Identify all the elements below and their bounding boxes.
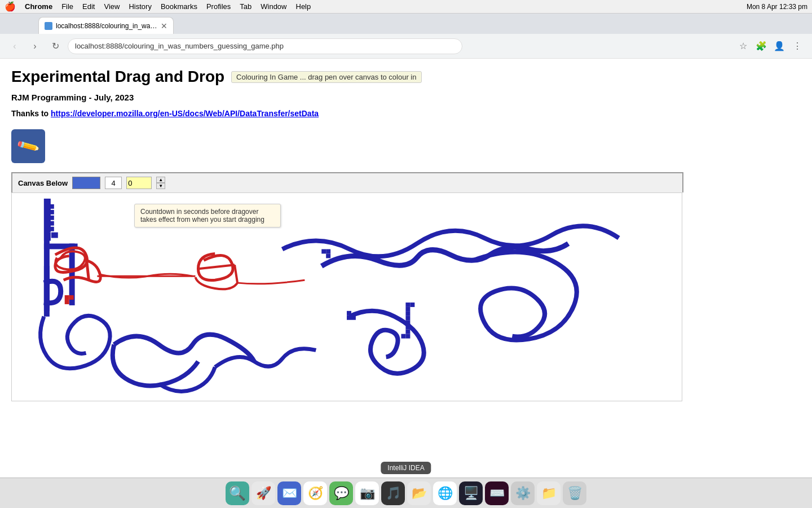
canvas-svg	[12, 193, 682, 401]
svg-rect-10	[50, 216, 54, 220]
menubar-profiles[interactable]: Profiles	[206, 2, 231, 11]
chrome-window: localhost:8888/colouring_in_was... ✕ ‹ ›…	[0, 14, 812, 508]
menubar-edit[interactable]: Edit	[82, 2, 95, 11]
number-input[interactable]	[105, 177, 122, 189]
svg-rect-31	[405, 334, 410, 339]
dock: 🔍 🚀 ✉️ 🧭 💬 📷 🎵 📂 🌐 🖥️ ⌨️ ⚙️ 📁 🗑️	[0, 478, 812, 508]
tooltip-box: Countdown in seconds before dragover tak…	[134, 204, 281, 227]
svg-rect-27	[405, 321, 410, 325]
menu-icon[interactable]: ⋮	[789, 38, 805, 54]
svg-rect-8	[50, 204, 54, 209]
thanks-line: Thanks to https://developer.mozilla.org/…	[11, 109, 801, 118]
menubar: 🍎 Chrome File Edit View History Bookmark…	[0, 0, 812, 14]
svg-rect-9	[50, 210, 54, 214]
menubar-view[interactable]: View	[104, 2, 120, 11]
address-bar-right: ☆ 🧩 👤 ⋮	[735, 38, 805, 54]
svg-rect-22	[405, 303, 410, 307]
thanks-url[interactable]: https://developer.mozilla.org/en-US/docs…	[51, 109, 319, 118]
dock-music[interactable]: 🎵	[381, 481, 405, 505]
color-picker[interactable]	[72, 177, 100, 189]
pen-draggable[interactable]: ✏️	[11, 129, 45, 163]
thanks-prefix: Thanks to	[11, 109, 51, 118]
svg-rect-18	[65, 300, 69, 304]
page-title-text: Experimental Drag and Drop	[11, 68, 224, 86]
canvas-label: Canvas Below	[18, 179, 68, 187]
menubar-history[interactable]: History	[129, 2, 151, 11]
menubar-window[interactable]: Window	[261, 2, 286, 11]
canvas-controls: Canvas Below ▲ ▼ Countdown in seconds be…	[11, 172, 683, 192]
subtitle: RJM Programming - July, 2023	[11, 93, 801, 102]
canvas-wrapper: Canvas Below ▲ ▼ Countdown in seconds be…	[11, 172, 801, 401]
dock-intellij[interactable]: 🖥️	[459, 481, 483, 505]
tab-title: localhost:8888/colouring_in_was...	[56, 22, 157, 30]
spinner-down[interactable]: ▼	[156, 183, 165, 189]
svg-rect-30	[401, 334, 405, 339]
svg-rect-24	[405, 307, 410, 312]
forward-button[interactable]: ›	[27, 38, 43, 54]
menubar-file[interactable]: File	[61, 2, 73, 11]
reload-button[interactable]: ↻	[47, 38, 63, 54]
svg-rect-7	[44, 283, 50, 317]
colouring-badge: Colouring In Game ... drag pen over canv…	[231, 71, 421, 83]
menubar-tab[interactable]: Tab	[240, 2, 251, 11]
svg-rect-29	[405, 330, 410, 334]
menubar-bookmarks[interactable]: Bookmarks	[161, 2, 197, 11]
dock-trash[interactable]: 🗑️	[563, 481, 586, 505]
menubar-help[interactable]: Help	[296, 2, 311, 11]
svg-rect-16	[65, 295, 69, 300]
svg-rect-15	[326, 253, 330, 258]
dock-photos[interactable]: 📷	[355, 481, 379, 505]
svg-rect-14	[326, 249, 330, 253]
address-input[interactable]: localhost:8888/colouring_in_was_numbers_…	[68, 38, 462, 54]
dock-chrome[interactable]: 🌐	[433, 481, 457, 505]
apple-menu[interactable]: 🍎	[5, 1, 16, 12]
dock-mail[interactable]: ✉️	[277, 481, 301, 505]
tab-close-button[interactable]: ✕	[161, 21, 167, 30]
page-content: Experimental Drag and Drop Colouring In …	[0, 59, 812, 508]
svg-rect-12	[50, 227, 54, 231]
menubar-time: Mon 8 Apr 12:33 pm	[747, 3, 807, 11]
spinner[interactable]: ▲ ▼	[156, 177, 165, 189]
url-text: localhost:8888/colouring_in_was_numbers_…	[75, 42, 284, 50]
drawing-canvas[interactable]	[11, 192, 682, 401]
menubar-right: Mon 8 Apr 12:33 pm	[747, 3, 807, 11]
svg-rect-26	[405, 316, 410, 321]
pen-icon: ✏️	[15, 133, 42, 159]
spinner-up[interactable]: ▲	[156, 177, 165, 183]
profile-icon[interactable]: 👤	[771, 38, 787, 54]
dock-finder2[interactable]: 📁	[537, 481, 561, 505]
dock-messages[interactable]: 💬	[329, 481, 353, 505]
dock-safari[interactable]: 🧭	[303, 481, 327, 505]
active-tab[interactable]: localhost:8888/colouring_in_was... ✕	[38, 17, 174, 34]
svg-rect-28	[405, 325, 410, 330]
svg-rect-20	[351, 316, 356, 320]
svg-rect-23	[410, 303, 414, 307]
svg-rect-19	[347, 311, 351, 316]
menubar-chrome[interactable]: Chrome	[25, 2, 52, 11]
tab-bar: localhost:8888/colouring_in_was... ✕	[0, 14, 812, 34]
extension-icon[interactable]: 🧩	[753, 38, 769, 54]
tab-favicon	[45, 22, 52, 30]
svg-rect-11	[50, 221, 54, 226]
svg-rect-17	[69, 295, 74, 300]
svg-rect-25	[405, 312, 410, 316]
svg-rect-2	[51, 233, 58, 238]
bookmark-icon[interactable]: ☆	[735, 38, 751, 54]
dock-settings[interactable]: ⚙️	[511, 481, 535, 505]
svg-rect-13	[321, 249, 326, 253]
dock-filezilla[interactable]: 📂	[407, 481, 431, 505]
svg-rect-21	[347, 316, 351, 320]
page-title: Experimental Drag and Drop Colouring In …	[11, 68, 801, 86]
dock-launchpad[interactable]: 🚀	[251, 481, 275, 505]
back-button[interactable]: ‹	[7, 38, 23, 54]
address-bar: ‹ › ↻ localhost:8888/colouring_in_was_nu…	[0, 34, 812, 59]
dock-finder[interactable]: 🔍	[226, 481, 249, 505]
dock-terminal[interactable]: ⌨️	[485, 481, 509, 505]
delay-input[interactable]	[126, 177, 152, 189]
